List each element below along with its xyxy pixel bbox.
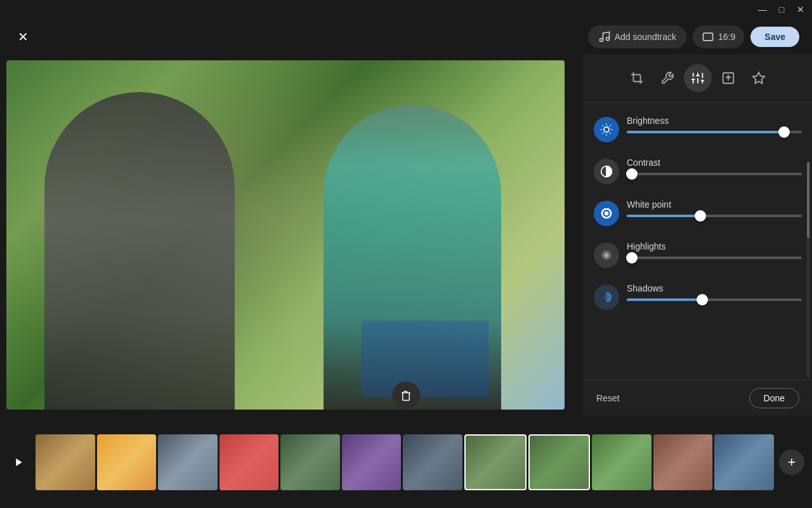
contrast-icon-circle[interactable] (594, 159, 619, 184)
whitepoint-content: White point (627, 199, 802, 217)
film-thumbnail-3[interactable] (158, 434, 218, 490)
whitepoint-icon-circle[interactable] (594, 201, 619, 226)
svg-line-17 (603, 126, 603, 126)
shadows-slider[interactable] (627, 298, 802, 301)
whitepoint-adjustment: White point (594, 192, 802, 234)
shadows-label: Shadows (627, 283, 802, 293)
whitepoint-slider[interactable] (627, 215, 802, 217)
delete-container (392, 382, 420, 410)
add-soundtrack-button[interactable]: Add soundtrack (588, 25, 686, 48)
editor-close-button[interactable]: ✕ (13, 27, 33, 47)
svg-point-29 (605, 254, 608, 257)
shadows-fill (627, 298, 702, 301)
wrench-icon (660, 71, 674, 85)
svg-line-18 (610, 133, 610, 133)
svg-line-22 (610, 126, 610, 126)
tab-crop[interactable] (623, 64, 651, 92)
ratio-icon (702, 30, 714, 43)
soundtrack-label: Add soundtrack (615, 32, 676, 42)
film-thumbnail-6[interactable] (342, 434, 402, 490)
person-left-silhouette (44, 92, 235, 410)
tab-magic[interactable] (745, 64, 773, 92)
svg-point-31 (604, 295, 609, 300)
title-bar: — □ ✕ (749, 0, 812, 19)
contrast-label: Contrast (627, 157, 802, 168)
brightness-label: Brightness (627, 116, 802, 126)
shadows-thumb (697, 294, 708, 305)
play-icon (14, 457, 24, 467)
scroll-indicator (807, 162, 809, 378)
film-thumbnail-8[interactable] (592, 434, 652, 490)
top-right-controls: Add soundtrack 16:9 Save (588, 25, 799, 48)
highlights-icon-circle[interactable] (594, 243, 619, 268)
film-thumbnail-10[interactable] (714, 434, 774, 490)
shadows-content: Shadows (627, 283, 802, 301)
sliders-icon (691, 71, 705, 85)
tool-tabs (584, 54, 812, 103)
photo-preview (6, 60, 565, 410)
brightness-content: Brightness (627, 116, 802, 133)
panel-footer: Reset Done (584, 380, 812, 416)
timeline: + (0, 416, 812, 508)
contrast-adjustment: Contrast (594, 150, 802, 192)
top-bar: ✕ Add soundtrack 16:9 Save (0, 19, 812, 54)
done-button[interactable]: Done (749, 388, 799, 408)
crop-icon (630, 71, 644, 85)
svg-point-26 (605, 211, 609, 216)
brightness-icon (600, 123, 613, 136)
add-clip-button[interactable]: + (779, 450, 804, 475)
highlights-slider[interactable] (627, 257, 802, 259)
minimize-button[interactable]: — (754, 1, 771, 18)
brightness-fill (627, 131, 784, 133)
brightness-thumb (778, 126, 790, 138)
film-thumbnail-1[interactable] (36, 434, 95, 490)
svg-line-21 (603, 133, 603, 133)
shadows-adjustment: Shadows (594, 276, 802, 318)
trash-icon (400, 390, 412, 401)
music-icon (598, 30, 611, 43)
contrast-slider[interactable] (627, 173, 802, 175)
svg-point-0 (599, 38, 603, 41)
play-button[interactable] (8, 451, 30, 474)
whitepoint-thumb (695, 210, 706, 222)
maximize-button[interactable]: □ (773, 1, 790, 18)
adjustments-panel: Brightness Contrast (584, 103, 812, 380)
brightness-icon-circle[interactable] (594, 117, 619, 142)
highlights-content: Highlights (627, 241, 802, 259)
tab-adjustments[interactable] (684, 64, 712, 92)
contrast-content: Contrast (627, 157, 802, 175)
ratio-label: 16:9 (718, 32, 735, 42)
tab-export[interactable] (714, 64, 742, 92)
film-thumbnail-selected-1[interactable] (464, 434, 527, 490)
aspect-ratio-button[interactable]: 16:9 (693, 25, 744, 48)
window-close-button[interactable]: ✕ (792, 1, 809, 18)
whitepoint-label: White point (627, 199, 802, 210)
film-thumbnail-9[interactable] (653, 434, 713, 490)
highlights-icon (600, 249, 613, 262)
tab-wrench[interactable] (653, 64, 681, 92)
highlights-adjustment: Highlights (594, 234, 802, 276)
film-thumbnail-selected-2[interactable] (528, 434, 591, 490)
save-button[interactable]: Save (750, 27, 799, 47)
main-preview-area (0, 54, 571, 416)
whitepoint-icon (600, 207, 613, 220)
highlights-label: Highlights (627, 241, 802, 251)
svg-point-14 (604, 127, 609, 132)
shadows-icon (600, 291, 613, 304)
contrast-icon (600, 165, 613, 178)
filmstrip (36, 431, 774, 494)
film-thumbnail-5[interactable] (280, 434, 340, 490)
contrast-thumb (626, 168, 638, 180)
reset-button[interactable]: Reset (596, 389, 620, 407)
whitepoint-fill (627, 215, 700, 217)
brightness-slider[interactable] (627, 131, 802, 133)
bike-silhouette (362, 321, 488, 397)
right-panel: Brightness Contrast (584, 54, 812, 416)
film-thumbnail-7[interactable] (403, 434, 462, 490)
svg-marker-32 (16, 458, 22, 466)
scroll-thumb[interactable] (807, 162, 809, 238)
film-thumbnail-4[interactable] (219, 434, 279, 490)
delete-clip-button[interactable] (392, 382, 420, 410)
shadows-icon-circle[interactable] (594, 284, 619, 310)
film-thumbnail-2[interactable] (97, 434, 157, 490)
